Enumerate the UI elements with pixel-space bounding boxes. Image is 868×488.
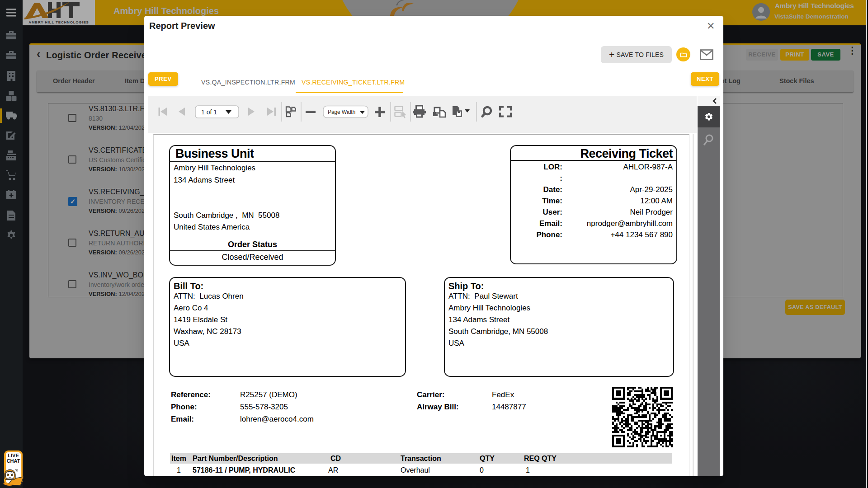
svg-text:1 of 1: 1 of 1 <box>201 108 217 116</box>
svg-text:Page Width: Page Width <box>328 109 355 115</box>
